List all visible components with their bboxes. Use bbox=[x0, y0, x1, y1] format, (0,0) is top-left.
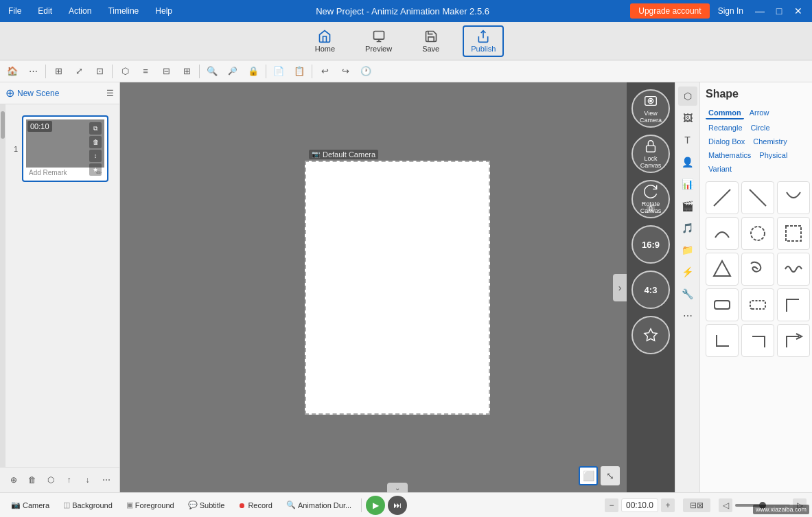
lock-canvas-button[interactable]: Lock Canvas bbox=[631, 135, 670, 173]
overflow-icon[interactable]: ⋯ bbox=[98, 472, 114, 488]
align-left-icon[interactable]: ⬡ bbox=[115, 62, 135, 81]
left-scrollbar[interactable] bbox=[0, 104, 5, 467]
media-tab-icon[interactable]: 🎬 bbox=[678, 196, 697, 216]
foreground-button[interactable]: ▣ Foreground bbox=[121, 498, 180, 512]
shape-T-bracket[interactable] bbox=[741, 324, 774, 357]
add-remark-label[interactable]: Add Remark bbox=[29, 169, 67, 176]
record-button[interactable]: ⏺ Record bbox=[233, 499, 277, 512]
delete-layer-icon[interactable]: 🗑 bbox=[24, 472, 40, 488]
upgrade-button[interactable]: Upgrade account bbox=[630, 3, 709, 19]
redo-icon[interactable]: ↪ bbox=[336, 62, 355, 81]
scene-move-icon[interactable]: ↕ bbox=[89, 150, 102, 162]
shape-corner-arrow[interactable] bbox=[777, 324, 810, 357]
undo-icon[interactable]: ↩ bbox=[315, 62, 334, 81]
shape-rounded-rect-dashed[interactable] bbox=[741, 288, 774, 321]
align-center-icon[interactable]: ≡ bbox=[136, 62, 155, 81]
play-button[interactable]: ▶ bbox=[366, 496, 385, 515]
zoom-out-icon[interactable]: 🔎 bbox=[223, 62, 242, 81]
scene-list-button[interactable]: ☰ bbox=[106, 89, 114, 98]
shape-circle-dashed[interactable] bbox=[741, 217, 774, 250]
grid-view-icon[interactable]: ⊞ bbox=[49, 62, 68, 81]
maximize-button[interactable]: □ bbox=[771, 3, 787, 19]
shape-line-diagonal[interactable] bbox=[706, 181, 739, 214]
page-icon[interactable]: 📄 bbox=[269, 62, 288, 81]
crop-icon[interactable]: ⊡ bbox=[90, 62, 109, 81]
speed-left-icon[interactable]: ◁ bbox=[719, 498, 732, 512]
subtitle-button[interactable]: 💬 Subtitle bbox=[183, 498, 231, 512]
shape-arc-open[interactable] bbox=[777, 181, 810, 214]
publish-button[interactable]: Publish bbox=[463, 25, 504, 57]
shape-triangle-outline[interactable] bbox=[706, 253, 739, 286]
effect-tab-icon[interactable]: ⚡ bbox=[678, 262, 697, 282]
ratio-16-9-button[interactable]: 16:9 bbox=[631, 225, 670, 264]
tool-tab-icon[interactable]: 🔧 bbox=[678, 284, 697, 303]
document-canvas[interactable]: 📷 Default Camera bbox=[305, 161, 490, 415]
canvas-fit-button[interactable]: ⤡ bbox=[601, 466, 620, 485]
scene-delete-icon[interactable]: 🗑 bbox=[89, 136, 102, 148]
lock-icon[interactable]: 🔒 bbox=[244, 62, 263, 81]
close-button[interactable]: ✕ bbox=[790, 3, 807, 19]
chart-tab-icon[interactable]: 📊 bbox=[678, 174, 697, 194]
shape-swirl[interactable] bbox=[741, 253, 774, 286]
cat-dialog[interactable]: Dialog Box bbox=[706, 136, 747, 147]
camera-media-button[interactable]: 📷 Camera bbox=[5, 498, 55, 512]
image-tab-icon[interactable]: 🖼 bbox=[678, 108, 697, 128]
time-decrease-button[interactable]: − bbox=[605, 498, 618, 512]
arrange-icon[interactable]: ⬡ bbox=[43, 472, 58, 488]
view-camera-button[interactable]: View Camera bbox=[631, 89, 670, 128]
frame-display[interactable]: ⊟⊠ bbox=[683, 498, 710, 512]
copy-icon[interactable]: 📋 bbox=[290, 62, 309, 81]
canvas-view-button[interactable]: ⬜ bbox=[579, 466, 598, 485]
text-tab-icon[interactable]: T bbox=[678, 130, 697, 150]
align-right-icon[interactable]: ⊟ bbox=[156, 62, 176, 81]
speed-right-icon[interactable]: ▷ bbox=[793, 498, 807, 512]
history-icon[interactable]: 🕐 bbox=[356, 62, 375, 81]
time-increase-button[interactable]: + bbox=[661, 498, 675, 512]
shape-L-bracket[interactable] bbox=[706, 324, 739, 357]
cat-common[interactable]: Common bbox=[706, 107, 744, 119]
ratio-4-3-button[interactable]: 4:3 bbox=[631, 271, 670, 309]
move-down-icon[interactable]: ↓ bbox=[80, 472, 95, 488]
scene-copy-icon[interactable]: ⧉ bbox=[89, 122, 102, 135]
folder-tab-icon[interactable]: 📁 bbox=[678, 240, 697, 260]
expand-timeline-button[interactable]: ⌄ bbox=[387, 483, 408, 492]
shape-arc-up[interactable] bbox=[706, 217, 739, 250]
special-mode-button[interactable] bbox=[631, 316, 670, 354]
shape-rounded-rect[interactable] bbox=[706, 288, 739, 321]
minimize-button[interactable]: — bbox=[752, 3, 768, 19]
cat-arrow[interactable]: Arrow bbox=[747, 107, 772, 119]
menu-edit[interactable]: Edit bbox=[35, 5, 55, 17]
cat-chemistry[interactable]: Chemistry bbox=[750, 136, 790, 147]
step-button[interactable]: ⏭ bbox=[388, 496, 407, 515]
preview-button[interactable]: Preview bbox=[358, 27, 399, 56]
home-icon[interactable]: 🏠 bbox=[3, 62, 22, 81]
new-scene-button[interactable]: ⊕ New Scene bbox=[5, 87, 59, 100]
save-button[interactable]: Save bbox=[415, 27, 446, 56]
add-layer-icon[interactable]: ⊕ bbox=[5, 472, 21, 488]
scene-item-1[interactable]: 1 00:10 ⧉ 🗑 ↕ ★ Add Remark bbox=[22, 115, 108, 182]
rotate-canvas-button[interactable]: 0 Rotate Canvas bbox=[631, 180, 670, 218]
cat-variant[interactable]: Variant bbox=[706, 163, 734, 174]
background-button[interactable]: ◫ Background bbox=[58, 498, 118, 512]
more-options-icon[interactable]: ⋯ bbox=[23, 62, 43, 81]
cat-rectangle[interactable]: Rectangle bbox=[706, 122, 745, 133]
move-up-icon[interactable]: ↑ bbox=[61, 472, 77, 488]
scene-star-icon[interactable]: ★ bbox=[89, 163, 102, 176]
distribute-icon[interactable]: ⊞ bbox=[177, 62, 196, 81]
shape-rect-dashed[interactable] bbox=[777, 217, 810, 250]
shape-line-diagonal2[interactable] bbox=[741, 181, 774, 214]
zoom-in-icon[interactable]: 🔍 bbox=[202, 62, 222, 81]
animation-dur-button[interactable]: 🔍 Animation Dur... bbox=[281, 498, 357, 512]
menu-timeline[interactable]: Timeline bbox=[105, 5, 141, 17]
cat-math[interactable]: Mathematics bbox=[706, 150, 754, 161]
fit-icon[interactable]: ⤢ bbox=[69, 62, 89, 81]
menu-file[interactable]: File bbox=[5, 5, 24, 17]
collapse-panel-button[interactable]: › bbox=[613, 274, 627, 301]
speed-slider[interactable] bbox=[735, 504, 790, 507]
shape-wave[interactable] bbox=[777, 253, 810, 286]
menu-action[interactable]: Action bbox=[66, 5, 94, 17]
cat-physical[interactable]: Physical bbox=[756, 150, 790, 161]
character-tab-icon[interactable]: 👤 bbox=[678, 152, 697, 172]
music-tab-icon[interactable]: 🎵 bbox=[678, 218, 697, 238]
signin-button[interactable]: Sign In bbox=[718, 6, 743, 16]
